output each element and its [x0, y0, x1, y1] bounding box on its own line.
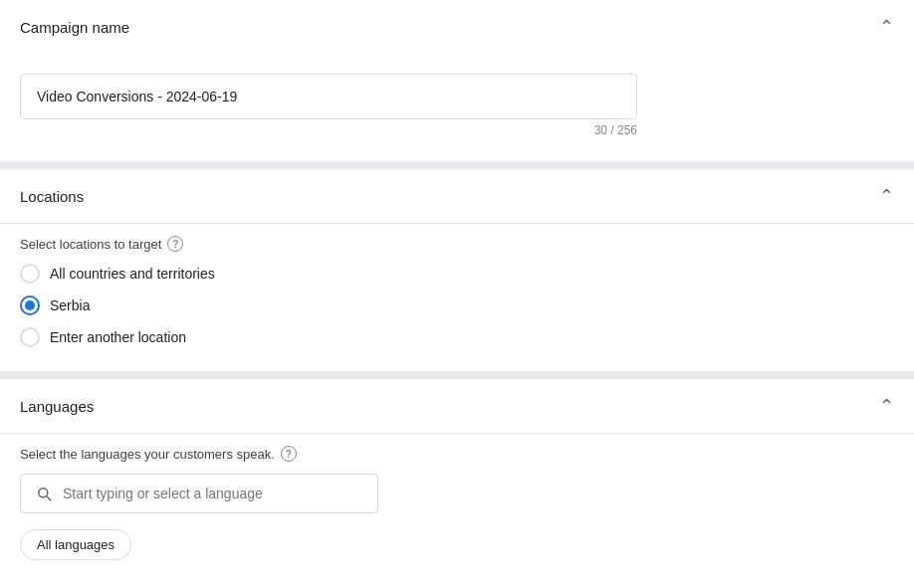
- languages-header: Languages ⌃: [0, 379, 914, 434]
- locations-radio-group: All countries and territories Serbia Ent…: [20, 264, 894, 347]
- languages-title: Languages: [20, 398, 94, 415]
- languages-collapse-icon[interactable]: ⌃: [879, 395, 894, 417]
- campaign-name-collapse-icon[interactable]: ⌃: [879, 16, 894, 38]
- languages-content: Select the languages your customers spea…: [0, 434, 914, 584]
- location-option-enter-another[interactable]: Enter another location: [20, 327, 894, 347]
- languages-sub-label: Select the languages your customers spea…: [20, 446, 894, 462]
- languages-help-icon[interactable]: ?: [281, 446, 297, 462]
- location-radio-all-countries[interactable]: [20, 264, 40, 284]
- campaign-name-header: Campaign name ⌃: [0, 0, 914, 54]
- locations-content: Select locations to target ? All countri…: [0, 224, 914, 371]
- search-icon: [35, 485, 53, 502]
- locations-section: Locations ⌃ Select locations to target ?…: [0, 169, 914, 379]
- locations-title: Locations: [20, 188, 84, 205]
- campaign-name-section: Campaign name ⌃ 30 / 256: [0, 0, 914, 169]
- locations-header: Locations ⌃: [0, 169, 914, 224]
- char-count: 30 / 256: [20, 123, 637, 137]
- language-search-box[interactable]: [20, 474, 378, 513]
- locations-collapse-icon[interactable]: ⌃: [879, 185, 894, 207]
- language-search-input[interactable]: [63, 486, 363, 501]
- location-label-all-countries: All countries and territories: [50, 266, 215, 282]
- location-option-all-countries[interactable]: All countries and territories: [20, 264, 894, 284]
- location-label-serbia: Serbia: [50, 297, 90, 313]
- location-radio-enter-another[interactable]: [20, 327, 40, 347]
- location-option-serbia[interactable]: Serbia: [20, 295, 894, 315]
- location-radio-serbia[interactable]: [20, 295, 40, 315]
- languages-section: Languages ⌃ Select the languages your cu…: [0, 379, 914, 584]
- locations-sub-label: Select locations to target ?: [20, 236, 894, 252]
- locations-help-icon[interactable]: ?: [167, 236, 183, 252]
- campaign-name-title: Campaign name: [20, 19, 129, 36]
- location-label-enter-another: Enter another location: [50, 329, 186, 345]
- all-languages-button[interactable]: All languages: [20, 529, 131, 560]
- campaign-name-input[interactable]: [20, 74, 637, 119]
- campaign-name-content: 30 / 256: [0, 54, 914, 161]
